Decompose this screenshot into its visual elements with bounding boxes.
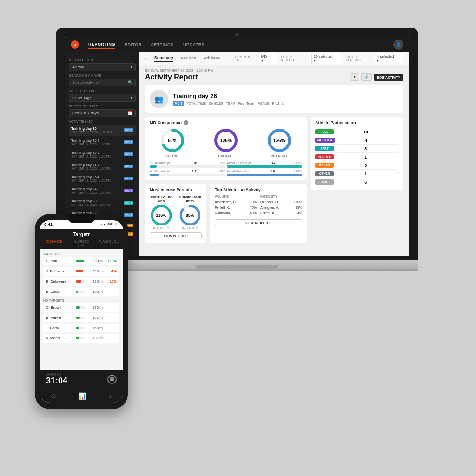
phone-nav-circle-icon[interactable]: ○	[108, 392, 112, 400]
participation-row[interactable]: FULL10›	[315, 128, 399, 136]
tab-periods[interactable]: Periods	[181, 56, 196, 61]
athletes-card: Top Athletes in Activity VOLUME Albertsz…	[210, 184, 307, 243]
participation-row[interactable]: INJURED1›	[315, 153, 399, 161]
download-button[interactable]: ⬆	[350, 73, 359, 81]
stats-rows: Hi Distance (ft)919% Accel + Decel (ft)1…	[150, 161, 302, 176]
athlete-intensity-row: Ferrell, K.94%	[260, 211, 302, 215]
tab-athletes[interactable]: Athletes	[204, 56, 220, 61]
athlete-intensity-row: Arlington, A.99%	[260, 205, 302, 210]
phone-no-targets-label: NO TARGETS	[43, 298, 119, 303]
athlete-volume-row: Ferrell, K.70%	[215, 205, 257, 210]
activity-list-item[interactable]: Training day 25-4SAT, SEP 18, 2023 - 1:0…	[69, 173, 136, 184]
filter-tag-label: FILTER BY TAG	[69, 89, 136, 93]
phone-no-target-row: E. Parker162 m	[43, 313, 119, 322]
phone-bottom-nav: ⊙ 📊 ○	[40, 389, 123, 403]
back-button[interactable]: ‹	[145, 56, 147, 61]
compare-to-select[interactable]: MD ▾	[259, 53, 278, 64]
venue-label: VENUE	[258, 102, 269, 105]
phone-footer: WARM UP 31:04	[40, 370, 123, 389]
search-input[interactable]	[72, 80, 126, 85]
search-icon: 🔍	[128, 80, 132, 85]
phone-no-target-row: T. Barry158 m	[43, 324, 119, 332]
filter-periods-select[interactable]: 4 selected ▾	[375, 53, 403, 64]
activities-header: ACTIVITIES (10)	[69, 120, 136, 123]
info-icon: i	[184, 120, 188, 125]
participation-row[interactable]: N/A5›	[315, 178, 399, 186]
tab-summary[interactable]: Summary	[154, 55, 173, 62]
athletes-intensity-col: INTENSITY Hendryk, H.110%Arlington, A.99…	[260, 195, 302, 217]
share-button[interactable]: 🔗	[361, 73, 372, 81]
activity-details: Training day 26 MD-3 TOTAL TIME 00:45:08…	[173, 93, 399, 106]
activity-list-item[interactable]: Training day 26-2SAT, SEP 18, 2023 - 1:0…	[69, 149, 136, 160]
md-comparison-title: MD Comparison i	[150, 120, 302, 125]
athlete-volume-row: Albertszen, H.78%	[215, 200, 257, 204]
phone-warmup-section: WARM UP 31:04	[46, 373, 67, 386]
periods-title: Most Intense Periods	[150, 187, 202, 192]
athlete-volume-row: Raumann, F.69%	[215, 211, 257, 215]
participation-row[interactable]: MODIFIED4›	[315, 136, 399, 145]
main-content: ‹ Summary Periods Athletes COMPARE TO MD…	[139, 52, 409, 256]
search-label: SEARCH BY NAME	[69, 74, 136, 77]
date-select[interactable]: Previous 7 days 📅	[69, 109, 136, 117]
phone-tab-distance[interactable]: DISTANCE	[41, 239, 67, 247]
activity-list-item[interactable]: Training day 25-1SAT, SEP 18, 2023 - 1:0…	[69, 137, 136, 148]
report-title-row: Activity Report ⬆ 🔗 EDIT ACTIVITY	[145, 73, 403, 81]
phone-app-header: Targetr	[40, 229, 123, 239]
phone-device: 9:41 ▲▲ WiFi 🔋 Targetr DISTANCE H. SPEED…	[35, 214, 128, 409]
edit-activity-button[interactable]: EDIT ACTIVITY	[374, 74, 403, 81]
athletes-intensity-list: Hendryk, H.110%Arlington, A.99%Ferrell, …	[260, 200, 302, 215]
nav-item-reporting[interactable]: REPORTING	[88, 40, 115, 49]
activity-list-item[interactable]: Training day 26SUN, SEP 19, 2023 - 1:00 …	[69, 125, 136, 136]
nav-item-editor[interactable]: EDITOR	[125, 40, 142, 49]
phone-nav-home-icon[interactable]: ⊙	[51, 392, 56, 400]
stat-row: Accel+Decel/min2.0180%	[227, 170, 302, 176]
search-field[interactable]: 🔍	[69, 79, 136, 86]
nav-logo: ◂	[71, 40, 79, 49]
team-value: First Team	[238, 101, 255, 106]
activity-list-item[interactable]: Training day 25-3SAT, SEP 18, 2023 - 1:0…	[69, 161, 136, 172]
period-items: 10v10 +2 End GKs 126% INTENSITY Dribble …	[150, 195, 202, 230]
nav-item-updates[interactable]: UPDATES	[183, 40, 205, 49]
stat-row: Accel + Decel (ft)147147%	[227, 161, 302, 168]
view-periods-button[interactable]: VIEW PERIODS	[150, 232, 202, 239]
phone-warmup-label: WARM UP	[46, 373, 67, 376]
participation-row[interactable]: PART3›	[315, 145, 399, 153]
compare-to-label: COMPARE TO	[235, 55, 255, 62]
phone-nav-chart-icon[interactable]: 📊	[78, 392, 86, 400]
phone-screen: 9:41 ▲▲ WiFi 🔋 Targetr DISTANCE H. SPEED…	[40, 220, 123, 403]
phone-app-title: Targetr	[44, 231, 119, 237]
athletes-title: Top Athletes in Activity	[215, 187, 302, 192]
activity-badge: MD-3	[173, 101, 184, 106]
athletes-intensity-header: INTENSITY	[260, 195, 302, 198]
phone-athletes-list: E. Boli330 m+10%J. Bohnam299 m-1%E. Dela…	[43, 257, 119, 296]
phone-time: 9:41	[44, 222, 53, 227]
participation-rows: FULL10›MODIFIED4›PART3›INJURED1›REHAB3›O…	[315, 128, 399, 186]
activity-list-item[interactable]: Training day 23SAT, SEP 16, 2023 - 1:00 …	[69, 197, 136, 208]
report-type-select[interactable]: Activity ▾	[69, 63, 136, 71]
activity-list-item[interactable]: Training day 24SAT, SEP 17, 2023 - 1:00 …	[69, 185, 136, 196]
activity-meta: MD-3 TOTAL TIME 00:45:08 TEAM First Team…	[173, 101, 399, 106]
phone-athlete-row: J. Bohnam299 m-1%	[43, 267, 119, 276]
phone-tab-hspeed[interactable]: H. SPEED DIST.	[69, 239, 94, 247]
phone-stop-button[interactable]	[107, 375, 117, 384]
phone-no-target-list: C. Brown170 mE. Parker162 mT. Barry158 m…	[43, 303, 119, 343]
phone-warmup-time: 31:04	[46, 376, 67, 386]
user-avatar[interactable]: 👤	[393, 40, 403, 50]
participation-row[interactable]: OTHER1›	[315, 170, 399, 178]
participation-row[interactable]: REHAB3›	[315, 161, 399, 170]
tag-select[interactable]: Select Tags ▾	[69, 94, 136, 102]
total-time-value: 00:45:08	[209, 101, 223, 106]
phone-no-target-row: C. Brown170 m	[43, 303, 119, 312]
phone-tab-playerlo[interactable]: PLAYER LO...	[96, 239, 121, 247]
filter-group: COMPARE TO MD ▾ FILTER ATHLETES 10 selec…	[235, 53, 403, 64]
activity-name: Training day 26	[173, 93, 399, 99]
filter-athletes-select[interactable]: 10 selected ▾	[311, 53, 342, 64]
col-left: MD Comparison i 67% VOLUME 126%	[145, 117, 307, 243]
nav-item-settings[interactable]: SETTINGS	[151, 40, 174, 49]
report-title: Activity Report	[145, 73, 198, 81]
stop-icon	[110, 377, 114, 381]
view-athletes-button[interactable]: VIEW ATHLETES	[215, 219, 302, 226]
phone-content: TARGETS E. Boli330 m+10%J. Bohnam299 m-1…	[40, 249, 123, 370]
filter-date-label: FILTER BY DATE	[69, 105, 136, 108]
phone-athlete-row: E. Delaware225 m-10%	[43, 277, 119, 286]
